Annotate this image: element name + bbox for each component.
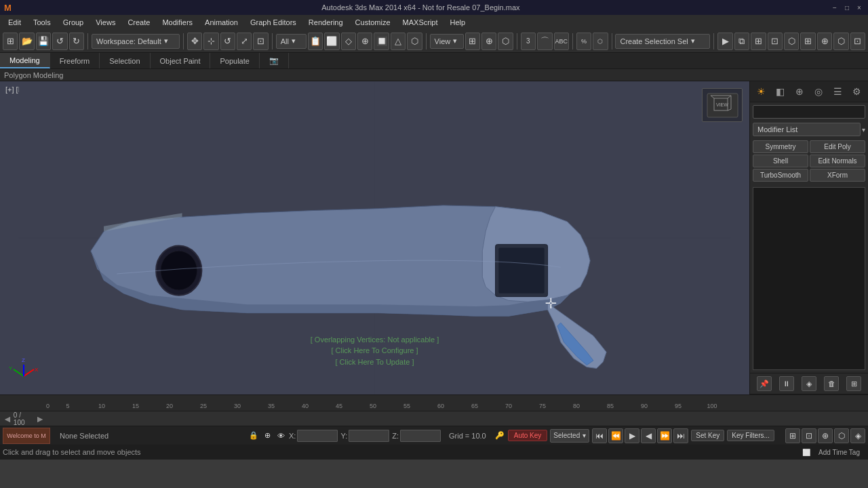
msg-line2[interactable]: [ Click Here To Configure ] xyxy=(311,345,439,357)
menu-rendering[interactable]: Rendering xyxy=(303,17,349,28)
lock-icon[interactable]: 🔒 xyxy=(248,430,259,441)
lock-btn-2[interactable]: ⊕ xyxy=(262,430,273,441)
maximize-button[interactable]: □ xyxy=(842,3,852,12)
redo-button[interactable]: ↻ xyxy=(69,33,84,50)
save-button[interactable]: 💾 xyxy=(36,33,51,50)
z-input[interactable] xyxy=(400,430,441,442)
menu-tools[interactable]: Tools xyxy=(28,17,56,28)
tab-camera[interactable]: 📷 xyxy=(260,53,289,68)
y-input[interactable] xyxy=(349,430,389,442)
snap-3d[interactable]: ⬡ xyxy=(498,33,513,50)
set-key-button[interactable]: Set Key xyxy=(691,430,724,441)
abc-tag[interactable]: ABC xyxy=(554,33,569,50)
render-setup[interactable]: ⊕ xyxy=(817,33,832,50)
select-scale[interactable]: ⤢ xyxy=(237,33,252,50)
next-frame[interactable]: ⏩ xyxy=(657,428,672,443)
mod-btn-edit-normals[interactable]: Edit Normals xyxy=(810,155,865,167)
transport-5[interactable]: ◈ xyxy=(850,428,865,443)
select-object[interactable]: ⊡ xyxy=(253,33,268,50)
create-selection-dropdown[interactable]: Create Selection Sel ▾ xyxy=(615,34,710,49)
goto-start[interactable]: ⏮ xyxy=(592,428,607,443)
number1[interactable]: 3 xyxy=(521,33,536,50)
selected-dropdown[interactable]: Selected ▾ xyxy=(550,429,589,443)
open-button[interactable]: 📂 xyxy=(19,33,34,50)
select-by-name[interactable]: 📋 xyxy=(308,33,323,50)
percent-btn[interactable]: % xyxy=(576,33,591,50)
modifier-search-input[interactable] xyxy=(756,108,862,116)
play-reverse[interactable]: ◀ xyxy=(641,428,656,443)
tab-selection[interactable]: Selection xyxy=(100,53,150,68)
modifier-list-dropdown[interactable]: Modifier List xyxy=(753,123,861,136)
tab-object-paint[interactable]: Object Paint xyxy=(151,53,211,68)
menu-maxscript[interactable]: MAXScript xyxy=(397,17,443,28)
tab-modeling[interactable]: Modeling xyxy=(0,53,50,68)
group-btn[interactable]: ⬡ xyxy=(784,33,799,50)
key-filters-button[interactable]: Key Filters... xyxy=(727,430,774,441)
select-tool[interactable]: ✥ xyxy=(187,33,202,50)
menu-edit[interactable]: Edit xyxy=(3,17,26,28)
ref-coord[interactable]: ⬡ xyxy=(593,33,608,50)
prev-frame[interactable]: ⏪ xyxy=(608,428,623,443)
tab-populate[interactable]: Populate xyxy=(210,53,259,68)
menu-customize[interactable]: Customize xyxy=(350,17,396,28)
render-active[interactable]: ⊡ xyxy=(850,33,865,50)
key-icon[interactable]: 🔑 xyxy=(494,430,505,441)
mirror-btn[interactable]: ⧉ xyxy=(734,33,749,50)
play-btn[interactable]: ▶ xyxy=(717,33,732,50)
panel-icon-display[interactable]: ☰ xyxy=(830,84,845,99)
transport-2[interactable]: ⊡ xyxy=(802,428,816,443)
menu-modifiers[interactable]: Modifiers xyxy=(157,17,198,28)
window-cross[interactable]: ⊕ xyxy=(357,33,372,50)
timeline-next[interactable]: ► xyxy=(35,413,45,424)
percent-snap[interactable]: ⬡ xyxy=(407,33,422,50)
render-btn[interactable]: ⬡ xyxy=(833,33,848,50)
undo-button[interactable]: ↺ xyxy=(52,33,67,50)
add-time-tag[interactable]: Add Time Tag xyxy=(813,449,865,456)
filter-dropdown[interactable]: All ▾ xyxy=(276,34,307,49)
mod-btn-symmetry[interactable]: Symmetry xyxy=(753,140,808,153)
viewport[interactable]: [+] [Perspective] [Realistic] xyxy=(0,81,749,394)
mod-btn-edit-poly[interactable]: Edit Poly xyxy=(810,140,865,153)
mod-btn-shell[interactable]: Shell xyxy=(753,155,808,167)
menu-animation[interactable]: Animation xyxy=(199,17,243,28)
x-input[interactable] xyxy=(297,430,338,442)
pause-button[interactable]: ⏸ xyxy=(779,376,794,391)
mod-btn-turbosmooth[interactable]: TurboSmooth xyxy=(753,169,808,182)
viewport-layout[interactable]: ⊞ xyxy=(465,33,480,50)
select-rotate[interactable]: ↺ xyxy=(220,33,235,50)
transport-1[interactable]: ⊞ xyxy=(785,428,800,443)
panel-icon-motion[interactable]: ◎ xyxy=(811,84,826,99)
close-button[interactable]: × xyxy=(854,3,864,12)
panel-icon-utilities[interactable]: ⚙ xyxy=(850,84,865,99)
select-move[interactable]: ⊹ xyxy=(203,33,218,50)
display-toggle[interactable]: 👁 xyxy=(275,430,286,441)
lasso-select[interactable]: ◇ xyxy=(341,33,356,50)
align-btn[interactable]: ⊞ xyxy=(751,33,766,50)
timeline-prev[interactable]: ◄ xyxy=(3,413,12,424)
menu-views[interactable]: Views xyxy=(90,17,121,28)
open-mat[interactable]: ⊞ xyxy=(800,33,815,50)
panel-icon-modify[interactable]: ◧ xyxy=(772,84,787,99)
rectangular-select[interactable]: ⬜ xyxy=(324,33,339,50)
auto-key-button[interactable]: Auto Key xyxy=(508,430,548,441)
make-unique[interactable]: ◈ xyxy=(802,376,816,391)
menu-create[interactable]: Create xyxy=(122,17,155,28)
goto-end[interactable]: ⏭ xyxy=(673,428,688,443)
obj-snap[interactable]: ⊕ xyxy=(481,33,496,50)
msg-line1[interactable]: [ Overlapping Vertices: Not applicable ] xyxy=(311,334,439,346)
view-dropdown[interactable]: View ▾ xyxy=(430,34,464,49)
snap-toggle[interactable]: 🔲 xyxy=(374,33,389,50)
menu-graph-editors[interactable]: Graph Editors xyxy=(245,17,302,28)
pin-button[interactable]: 📌 xyxy=(757,376,772,391)
menu-help[interactable]: Help xyxy=(445,17,471,28)
remove-mod[interactable]: 🗑 xyxy=(824,376,839,391)
mod-btn-xform[interactable]: XForm xyxy=(810,169,865,182)
workspace-dropdown[interactable]: Workspace: Default ▾ xyxy=(92,34,180,49)
tab-freeform[interactable]: Freeform xyxy=(50,53,100,68)
menu-group[interactable]: Group xyxy=(58,17,90,28)
panel-icon-hierarchy[interactable]: ⊕ xyxy=(792,84,807,99)
msg-line3[interactable]: [ Click Here To Update ] xyxy=(311,357,439,368)
spacing-btn[interactable]: ⊡ xyxy=(768,33,783,50)
play-anim[interactable]: ▶ xyxy=(625,428,639,443)
timeline-track[interactable]: ◄ 0 / 100 ► xyxy=(0,411,868,426)
